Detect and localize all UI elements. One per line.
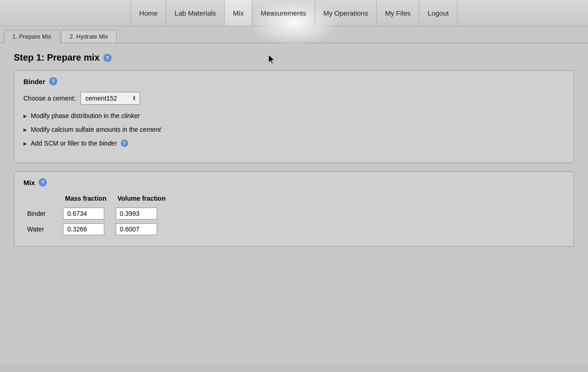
navigation: Home Lab Materials Mix Measurements My O… [0,0,588,26]
cement-text: Modify calcium sulfate amounts in the ce… [31,126,161,133]
binder-text: Add SCM or filler to the binder [31,140,117,147]
binder-section-title: Binder ? [23,77,565,85]
mix-section-title: Mix ? [23,178,565,186]
mix-water-label: Water [23,221,59,237]
mix-water-volume [112,221,171,237]
nav-measurements[interactable]: Measurements [252,0,315,26]
binder-content: Choose a cement: cement152 cement153 cem… [23,92,565,147]
main-content: Step 1: Prepare mix ? Binder ? Choose a … [0,43,588,365]
cement-select[interactable]: cement152 cement153 cement154 [80,92,140,105]
cement-row: Choose a cement: cement152 cement153 cem… [23,92,565,105]
binder-title-text: Binder [23,78,45,85]
arrow-icon-cement: ▶ [23,127,27,132]
cement-label: Choose a cement: [23,95,76,102]
mix-title-text: Mix [23,179,35,186]
mix-row-water: Water [23,221,171,237]
collapsible-clinker[interactable]: ▶ Modify phase distribution in the clink… [23,112,565,119]
tab-bar: 1. Prepare Mix 2. Hydrate Mix [0,26,588,43]
mix-water-mass [59,221,112,237]
step-title: Step 1: Prepare mix ? [14,52,574,63]
water-mass-fraction-input[interactable] [63,223,104,235]
nav-mix[interactable]: Mix [225,0,252,26]
nav-home[interactable]: Home [130,0,166,26]
step-help-icon[interactable]: ? [103,54,112,62]
mix-content: Mass fraction Volume fraction Binder [23,193,565,237]
mix-label-col-header [23,193,59,206]
mix-help-icon[interactable]: ? [39,178,47,186]
binder-volume-fraction-input[interactable] [116,208,157,220]
tab-prepare-mix[interactable]: 1. Prepare Mix [4,30,60,43]
nav-my-files[interactable]: My Files [377,0,419,26]
mix-section: Mix ? Mass fraction Volume fraction Bind… [14,171,574,247]
mix-volume-fraction-header: Volume fraction [112,193,171,206]
mix-binder-label: Binder [23,206,59,221]
binder-help-icon[interactable]: ? [49,77,57,85]
step-title-text: Step 1: Prepare mix [14,52,100,63]
cement-select-wrapper[interactable]: cement152 cement153 cement154 ⬍ [80,92,140,105]
mix-binder-volume [112,206,171,221]
nav-logout[interactable]: Logout [419,0,458,26]
nav-lab-materials[interactable]: Lab Materials [166,0,225,26]
mix-binder-mass [59,206,112,221]
mix-mass-fraction-header: Mass fraction [59,193,112,206]
mix-row-binder: Binder [23,206,171,221]
collapsible-binder[interactable]: ▶ Add SCM or filler to the binder ? [23,140,565,147]
binder-scm-help-icon[interactable]: ? [121,140,128,147]
tab-hydrate-mix[interactable]: 2. Hydrate Mix [61,30,117,43]
clinker-text: Modify phase distribution in the clinker [31,112,140,119]
mix-table: Mass fraction Volume fraction Binder [23,193,171,237]
water-volume-fraction-input[interactable] [116,223,157,235]
binder-section: Binder ? Choose a cement: cement152 ceme… [14,70,574,163]
nav-my-operations[interactable]: My Operations [315,0,377,26]
collapsible-cement[interactable]: ▶ Modify calcium sulfate amounts in the … [23,126,565,133]
arrow-icon-clinker: ▶ [23,113,27,118]
arrow-icon-binder: ▶ [23,141,27,146]
binder-mass-fraction-input[interactable] [63,208,104,220]
